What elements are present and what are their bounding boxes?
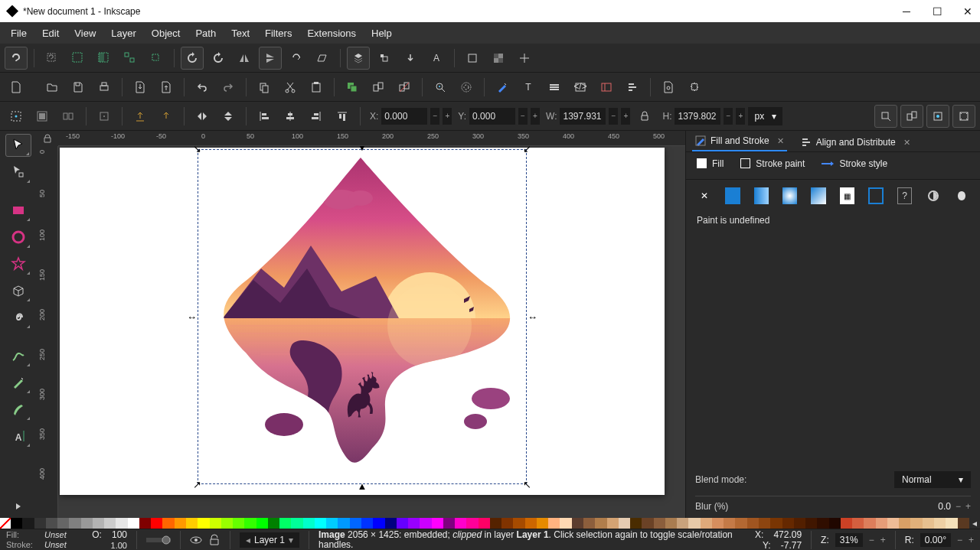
- palette-menu-button[interactable]: ◂: [969, 518, 980, 529]
- subtab-fill[interactable]: Fill: [697, 158, 724, 174]
- swatch[interactable]: [688, 518, 700, 529]
- paint-radial-icon[interactable]: [782, 187, 797, 204]
- swatch[interactable]: [864, 518, 875, 529]
- color-palette[interactable]: ◂: [0, 518, 980, 529]
- swatch[interactable]: [397, 518, 408, 529]
- xml-dialog-icon[interactable]: </>: [569, 76, 592, 99]
- handle-se[interactable]: ↖: [523, 480, 531, 489]
- menu-text[interactable]: Text: [224, 24, 257, 42]
- swatch[interactable]: [34, 518, 46, 529]
- menu-path[interactable]: Path: [188, 24, 224, 42]
- canvas[interactable]: ↘ ▼ ↙ ↔ ↔ ↗ ▲ ↖ ●●●: [58, 146, 685, 518]
- transform-scale-icon[interactable]: [900, 105, 923, 128]
- swatch[interactable]: [420, 518, 431, 529]
- doc-properties-icon[interactable]: [657, 76, 680, 99]
- zoom-selection-icon[interactable]: [429, 76, 452, 99]
- rectangle-tool[interactable]: [5, 199, 31, 222]
- swatch[interactable]: [93, 518, 104, 529]
- swatch[interactable]: [642, 518, 653, 529]
- align-top-icon[interactable]: [331, 105, 354, 128]
- fill-stroke-dialog-icon[interactable]: [491, 76, 514, 99]
- selection-box[interactable]: ↘ ▼ ↙ ↔ ↔ ↗ ▲ ↖: [198, 149, 527, 484]
- swatch[interactable]: [139, 518, 151, 529]
- paint-linear-icon[interactable]: [754, 187, 769, 204]
- swatch[interactable]: [116, 518, 127, 529]
- text-tool[interactable]: A: [5, 425, 31, 447]
- h-dec-button[interactable]: −: [724, 108, 733, 125]
- swatch[interactable]: [46, 518, 57, 529]
- swatch[interactable]: [291, 518, 302, 529]
- swatch[interactable]: [81, 518, 93, 529]
- swatch[interactable]: [479, 518, 490, 529]
- w-dec-button[interactable]: −: [609, 108, 618, 125]
- layers-dialog-icon[interactable]: [543, 76, 566, 99]
- duplicate-icon[interactable]: [341, 76, 364, 99]
- swatch[interactable]: [151, 518, 162, 529]
- spiral-tool[interactable]: [5, 306, 31, 329]
- zoom-in-button[interactable]: +: [880, 535, 886, 545]
- w-input[interactable]: [560, 108, 606, 125]
- selector-tool[interactable]: [5, 134, 31, 157]
- swatch[interactable]: [782, 518, 794, 529]
- swatch[interactable]: [210, 518, 221, 529]
- swatch[interactable]: [432, 518, 443, 529]
- flip-h-icon[interactable]: [233, 47, 256, 70]
- lock-aspect-icon[interactable]: [633, 105, 656, 128]
- swatch[interactable]: [724, 518, 735, 529]
- cut-icon[interactable]: [279, 76, 302, 99]
- import-icon[interactable]: [129, 76, 152, 99]
- swatch[interactable]: [326, 518, 338, 529]
- transform-corners-icon[interactable]: [952, 105, 975, 128]
- pencil-tool[interactable]: [5, 344, 31, 367]
- menu-layer[interactable]: Layer: [103, 24, 144, 42]
- swatch[interactable]: [665, 518, 677, 529]
- swatch[interactable]: [186, 518, 198, 529]
- raise-icon[interactable]: [373, 47, 396, 70]
- swatch[interactable]: [630, 518, 642, 529]
- swatch[interactable]: [22, 518, 34, 529]
- menu-help[interactable]: Help: [364, 24, 400, 42]
- swatch[interactable]: [198, 518, 209, 529]
- select-touch-icon[interactable]: [145, 47, 168, 70]
- swatch[interactable]: [525, 518, 537, 529]
- unit-select[interactable]: px▾: [748, 107, 782, 125]
- swatch[interactable]: [958, 518, 969, 529]
- swatch[interactable]: [57, 518, 69, 529]
- swatch[interactable]: [677, 518, 688, 529]
- w-inc-button[interactable]: +: [621, 108, 630, 125]
- raise-top-icon[interactable]: [347, 47, 370, 70]
- swatch[interactable]: [466, 518, 478, 529]
- save-icon[interactable]: [67, 76, 90, 99]
- swatch[interactable]: [501, 518, 513, 529]
- unlink-clone-icon[interactable]: [393, 76, 416, 99]
- swatch[interactable]: [338, 518, 349, 529]
- new-doc-icon[interactable]: [5, 76, 28, 99]
- swatch[interactable]: [233, 518, 244, 529]
- swatch[interactable]: [268, 518, 279, 529]
- opacity-value[interactable]: 100: [112, 529, 127, 540]
- swatch[interactable]: [69, 518, 80, 529]
- deselect-icon[interactable]: [67, 47, 90, 70]
- paint-mesh-icon[interactable]: [811, 187, 825, 204]
- swatch[interactable]: [923, 518, 934, 529]
- more-tools-button[interactable]: [5, 495, 31, 518]
- subtab-stroke-style[interactable]: Stroke style: [822, 158, 887, 174]
- zoom-out-button[interactable]: −: [869, 535, 874, 545]
- raise-one-icon[interactable]: [155, 105, 178, 128]
- swatch[interactable]: [361, 518, 373, 529]
- swatch[interactable]: [619, 518, 630, 529]
- handle-s[interactable]: ▲: [358, 482, 367, 490]
- status-stroke-width[interactable]: 1.00: [111, 541, 127, 550]
- tab-fill-stroke[interactable]: Fill and Stroke ✕: [692, 132, 787, 151]
- snap-bbox-icon[interactable]: [5, 105, 28, 128]
- swatch[interactable]: [221, 518, 233, 529]
- zoom-value[interactable]: 31%: [840, 535, 858, 545]
- swatch[interactable]: [279, 518, 291, 529]
- transform-strokes-icon[interactable]: [513, 47, 536, 70]
- y-input[interactable]: [469, 108, 515, 125]
- text-dialog-icon[interactable]: T: [517, 76, 540, 99]
- close-tab-icon[interactable]: ✕: [777, 136, 784, 146]
- swatch[interactable]: [946, 518, 957, 529]
- select-all-layers-icon[interactable]: [5, 47, 28, 70]
- swatch[interactable]: [829, 518, 841, 529]
